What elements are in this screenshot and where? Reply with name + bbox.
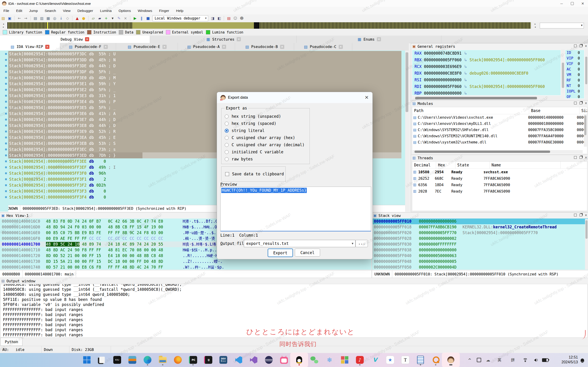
module-row[interactable]: ▤C:\Windows\system32\uxtheme.dll00007FFA… [412,139,587,145]
radio-c-unsigned-char-array-decimal-[interactable]: C unsigned char array (decimal) [225,142,304,147]
taskbar-dev-cpp-button[interactable]: DEVC++ [216,354,231,366]
threads-header-name[interactable]: Name [490,162,561,168]
flag-row[interactable]: VM 0 [565,72,584,78]
breakpoint-dot[interactable] [5,89,7,91]
stack-row[interactable]: 00000000005FF01800007FFA8B6CB190KERNEL32… [372,224,588,230]
flags-list[interactable]: ID 0VIP 0VIF 0AC 0VM 0RF 0NT 0IOPL 0OF 0 [565,50,584,99]
modules-header-size[interactable]: Size [579,107,587,114]
disasm-row[interactable]: Stack[00002954]:00000000005FF3DD db 4Eh … [0,57,401,63]
radio-button[interactable] [225,129,229,133]
breakpoint-dot[interactable] [5,65,7,67]
search-values-icon[interactable]: ▦ [45,16,51,21]
radio-button[interactable] [225,150,229,154]
step-over-icon[interactable]: ◧ [216,16,222,21]
debugger-select[interactable]: Local Windows debugger▼ [153,15,208,21]
stack-row[interactable]: 00000000005FF0280000000000000002 [372,236,588,242]
add-function-icon[interactable]: + [104,16,109,21]
disasm-row[interactable]: Stack[00002954]:00000000005FF3DC db 55h … [0,51,401,57]
menu-search[interactable]: Search [41,9,60,13]
panel-float-icon[interactable] [579,44,582,47]
taskbar-visual-studio-button[interactable] [246,354,261,366]
tab-debug-view[interactable]: Debug View✕ [0,36,150,43]
tab-pseudocode-f[interactable]: ▤Pseudocode-F✕ [61,43,116,50]
breakpoint-dot[interactable] [5,184,7,186]
more-icon[interactable]: ▾ [110,16,115,21]
disasm-row[interactable]: Stack[00002954]:00000000005FF3E1 db 59h … [0,81,401,87]
stack-row[interactable]: 00000000005FF0100000000000000006 [372,218,588,224]
register-row[interactable]: RDI 00000000005FF060 ↳ Stack[00002954]:0… [412,83,561,90]
taskbar-pycharm-button[interactable]: PC [185,354,201,366]
tab-close-icon[interactable]: ✕ [85,37,89,41]
tab-pseudocode-c[interactable]: ▤Pseudocode-C✕ [294,43,352,50]
taskbar-qq-button[interactable] [292,354,307,366]
menu-options[interactable]: Options [115,9,134,13]
menu-debugger[interactable]: Debugger [74,9,96,13]
modules-header-path[interactable]: Path [412,107,529,114]
radio-hex-string-unspaced-[interactable]: hex string (unspaced) [225,114,281,119]
breakpoint-dot[interactable] [5,83,7,85]
taskbar-notes-button[interactable] [413,354,428,366]
menu-jump[interactable]: Jump [26,9,41,13]
navigator-arrows-icon[interactable]: ◂▸ [0,23,6,28]
tab-pseudocode-b[interactable]: ▤Pseudocode-B✕ [235,43,294,50]
tab-close-icon[interactable]: ✕ [339,45,343,49]
taskbar-v-app-button[interactable]: V [367,354,383,366]
breakpoint-dot[interactable] [5,119,7,120]
register-row[interactable]: RAX 0000000074BC8D91 ↳ [412,50,561,57]
breakpoint-dot[interactable] [5,125,7,126]
flag-row[interactable]: IOPL 0 [565,89,584,94]
tab-structures[interactable]: ▦Structures✕ [151,36,297,43]
close-button[interactable]: × [577,0,588,7]
flag-row[interactable]: VIF 0 [565,61,584,67]
radio-string-literal[interactable]: string literal [225,128,264,133]
taskbar-bilibili-button[interactable] [277,354,292,366]
lock-icon[interactable]: ◇ [65,16,70,21]
radio-hex-string-spaced-[interactable]: hex string (spaced) [225,121,276,126]
panel-float-icon[interactable] [579,214,582,217]
breakpoint-dot[interactable] [5,167,7,168]
back-icon[interactable]: ← [17,16,22,21]
notifications-bell-icon[interactable] [579,353,585,367]
thread-row[interactable]: ▥20287ECReady7FFA8CA65090 [412,188,587,194]
search-text-icon[interactable]: ▥ [39,16,44,21]
jump-down-icon[interactable]: ↓ [58,16,64,21]
tab-close-icon[interactable]: ✕ [237,37,241,41]
clock[interactable]: 12:51 2024/5/13 [562,355,578,365]
create-data-icon[interactable]: ▰ [97,16,103,21]
forward-icon[interactable]: → [23,16,28,21]
stack-list[interactable]: 00000000005FF010000000000000000600000000… [372,218,588,270]
tab-close-icon[interactable]: ✕ [45,45,49,49]
breakpoint-dot[interactable] [5,77,7,79]
module-row[interactable]: ▤C:\Windows\SYSTEM32\VCRUNTIME140.dll000… [412,133,587,139]
modules-table[interactable]: PathBaseSize ▤C:\Users\lenovo\Videos\svc… [412,107,587,154]
taskbar-compass-button[interactable]: ★ [383,354,398,366]
taskbar-task-view-button[interactable] [95,354,110,366]
disasm-row[interactable]: Stack[00002954]:00000000005FF3DF db 5Fh … [0,69,401,75]
breakpoint-dot[interactable] [5,178,7,180]
radio-button[interactable] [225,157,229,161]
breakpoint-dot[interactable] [5,71,7,73]
menu-windows[interactable]: Windows [134,9,156,13]
problems-icon[interactable]: ▲ [74,16,80,21]
breakpoint-dot[interactable] [5,137,7,138]
navigator-right-arrows-icon[interactable]: ▸◂ [532,23,538,28]
debugger-stop-icon[interactable]: ■ [145,16,151,21]
tab-enums[interactable]: ▦Enums✕ [297,36,441,43]
modules-header-base[interactable]: Base [529,107,579,114]
breakpoint-dot[interactable] [5,142,7,144]
menu-view[interactable]: View [60,9,74,13]
taskbar-color-grid-button[interactable] [337,354,352,366]
thread-row[interactable]: ▥635618D4Ready7FFA8CA65090 [412,182,587,188]
flag-row[interactable]: RF 0 [565,78,584,83]
stack-row[interactable]: 00000000005FF0480000000000000005 [372,259,588,264]
tab-close-icon[interactable]: ✕ [377,37,381,41]
minimize-button[interactable]: ─ [556,0,567,7]
debugger-start-icon[interactable]: ▶ [132,16,138,21]
threads-header-decimal[interactable]: Decimal [412,162,436,168]
taskbar-edge-button[interactable] [140,354,155,366]
menu-file[interactable]: File [0,9,13,13]
cancel-button[interactable]: Cancel [295,249,320,257]
flag-row[interactable]: OF 0 [565,94,584,99]
thread-row[interactable]: ▥105802954Readysvchsst.exe [412,169,587,175]
modules-scrollbar[interactable] [584,115,587,147]
